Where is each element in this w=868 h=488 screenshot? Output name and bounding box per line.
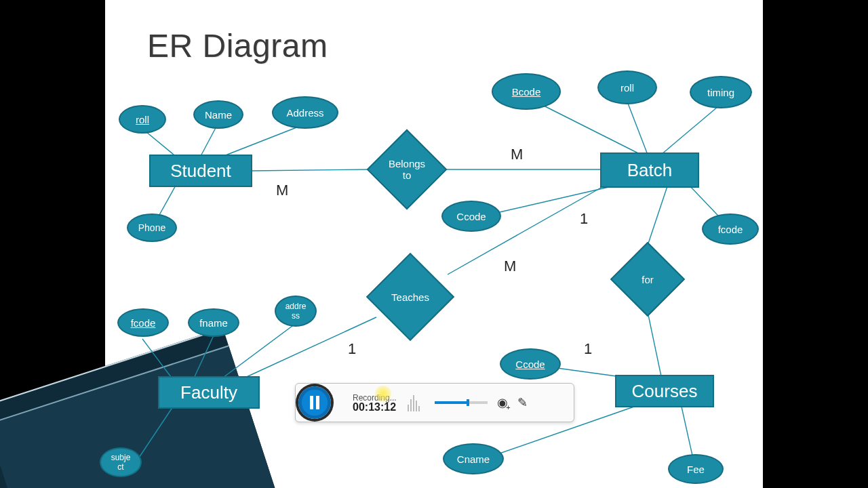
attr-faculty-address: addre ss (275, 296, 317, 327)
recorder-status-block: Recording... 00:13:12 (353, 393, 397, 412)
audio-level-icon (408, 394, 425, 411)
svg-line-12 (648, 312, 661, 376)
card-batch-belongs: M (511, 146, 523, 163)
entity-batch: Batch (600, 152, 699, 188)
attr-courses-cname: Cname (443, 443, 504, 474)
entity-faculty: Faculty (158, 376, 260, 409)
attr-faculty-fcode: fcode (117, 308, 169, 337)
entity-student-label: Student (170, 161, 231, 182)
attr-courses-ccode: Ccode (500, 348, 561, 380)
svg-line-8 (661, 103, 722, 155)
attr-student-address: Address (272, 96, 338, 129)
attr-batch-ccode: Ccode (441, 201, 501, 232)
recorder-elapsed-time: 00:13:12 (353, 403, 397, 412)
svg-line-9 (485, 184, 620, 216)
webcam-toggle-icon[interactable]: ◉+ (497, 395, 508, 410)
attr-batch-bcode: Bcode (492, 73, 561, 110)
entity-courses-label: Courses (632, 381, 698, 402)
attr-student-roll: roll (119, 105, 166, 134)
entity-courses: Courses (615, 375, 714, 407)
attr-faculty-subject: subje ct (100, 447, 142, 477)
svg-line-4 (251, 169, 370, 171)
annotate-pencil-icon[interactable]: ✎ (517, 395, 528, 410)
attr-student-name: Name (193, 100, 243, 129)
pause-button[interactable] (298, 386, 331, 419)
slide-title: ER Diagram (147, 27, 328, 64)
slide-corner-inner (0, 345, 286, 488)
attr-courses-fee: Fee (668, 454, 724, 484)
svg-line-7 (627, 102, 648, 155)
attr-student-phone: Phone (127, 214, 177, 242)
svg-line-2 (220, 125, 302, 157)
card-faculty-teaches: 1 (348, 340, 356, 358)
screen-recorder-toolbar[interactable]: Recording... 00:13:12 ◉+ ✎ (295, 383, 574, 422)
card-student-belongs: M (276, 182, 288, 199)
attr-batch-timing: timing (690, 76, 752, 108)
relationship-for-label: for (642, 274, 654, 285)
card-batch-teaches: M (504, 258, 516, 275)
attr-batch-fcode: fcode (702, 214, 759, 245)
svg-line-11 (648, 184, 668, 245)
entity-batch-label: Batch (627, 160, 673, 181)
svg-line-6 (536, 102, 641, 155)
entity-faculty-label: Faculty (180, 382, 237, 403)
relationship-teaches-label: Teaches (391, 291, 429, 303)
attr-faculty-fname: fname (188, 308, 239, 337)
card-courses-for: 1 (584, 340, 592, 358)
entity-student: Student (149, 155, 252, 187)
volume-slider[interactable] (435, 401, 488, 404)
card-batch-for: 1 (580, 210, 588, 228)
relationship-belongs-to-label: Belongs to (389, 158, 425, 181)
attr-batch-roll: roll (597, 70, 657, 104)
svg-line-1 (200, 125, 217, 157)
